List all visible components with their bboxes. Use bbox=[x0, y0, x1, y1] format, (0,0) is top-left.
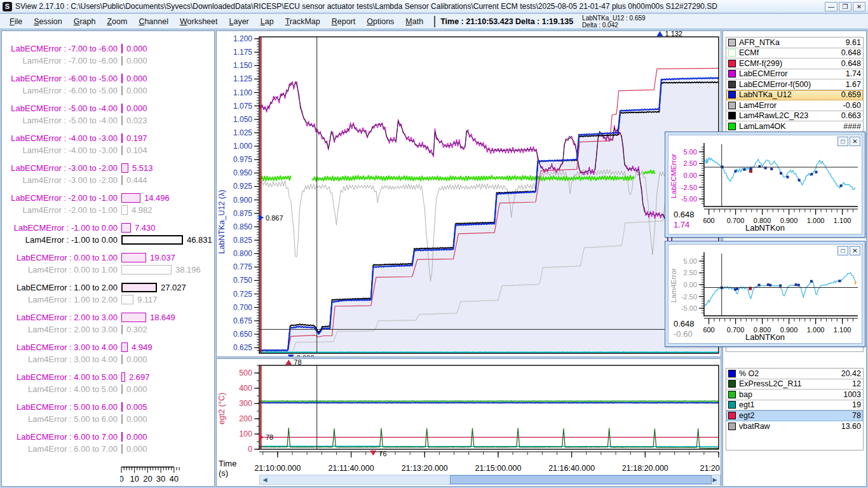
bin-value: 14.496 bbox=[144, 193, 170, 203]
channel-color-swatch bbox=[728, 81, 736, 88]
channel-name: egt2 bbox=[739, 411, 852, 420]
svg-text:1.150: 1.150 bbox=[233, 61, 252, 70]
svg-text:21:15:00.000: 21:15:00.000 bbox=[475, 464, 521, 473]
bin-value: 0.000 bbox=[126, 44, 147, 53]
close-icon[interactable]: ✕ bbox=[853, 2, 865, 11]
svg-text:1.025: 1.025 bbox=[233, 128, 252, 137]
histogram-pair: LabECMError : 2.00 to 3.0018.649Lam4Erro… bbox=[2, 311, 215, 336]
bin-label: LabECMError : -1.00 to 0.00 bbox=[2, 223, 118, 233]
channel-name: LabNTKa_U12 bbox=[739, 90, 841, 99]
bin-value: 0.000 bbox=[126, 355, 147, 364]
bin-value: 0.104 bbox=[126, 146, 147, 155]
channel-row-labntka-u12[interactable]: LabNTKa_U120.659 bbox=[726, 90, 863, 101]
channel-row--o2[interactable]: % O220.42 bbox=[726, 369, 863, 379]
menu-item-lap[interactable]: Lap bbox=[255, 16, 280, 27]
channel-name: LabECMError bbox=[739, 69, 846, 78]
egt-chart[interactable]: 010020030040050021:10:00.00021:11:40.000… bbox=[217, 359, 721, 486]
channel-row-lam4rawl2c-r23[interactable]: Lam4RawL2C_R230.663 bbox=[726, 111, 863, 122]
bin-bar bbox=[121, 372, 125, 382]
maximize-icon[interactable]: □ bbox=[837, 246, 848, 255]
channel-row-labecmerror[interactable]: LabECMError1.74 bbox=[726, 69, 863, 80]
channel-row-vbatraw[interactable]: vbatRaw13.60 bbox=[726, 421, 863, 432]
bin-label: LabECMError : 3.00 to 4.00 bbox=[2, 342, 118, 352]
svg-text:0.725: 0.725 bbox=[233, 290, 252, 299]
bin-bar bbox=[121, 313, 146, 322]
channel-color-swatch bbox=[728, 91, 736, 98]
channel-row-afr-ntka[interactable]: AFR_NTKa9.61 bbox=[726, 37, 863, 48]
channel-color-swatch bbox=[728, 60, 736, 67]
menu-bar: FileSessionGraphZoomChannelWorksheetLaye… bbox=[0, 14, 868, 29]
channel-name: LamLam4OK bbox=[739, 122, 843, 131]
scrollbar-track[interactable] bbox=[270, 475, 710, 484]
minimize-icon[interactable]: — bbox=[825, 2, 837, 11]
menu-item-file[interactable]: File bbox=[4, 16, 28, 27]
histogram-row-lam: Lam4Error : -1.00 to 0.0046.831 bbox=[2, 234, 215, 246]
bin-label: Lam4Error : -3.00 to -2.00 bbox=[2, 175, 118, 185]
close-icon[interactable]: ✕ bbox=[850, 137, 860, 146]
cursor-channel-value: LabNTKa_U12 : 0.659 bbox=[582, 15, 646, 22]
overlay-window-lam4error[interactable]: □ ✕ 5.002.500.00-2.50-5.006000.7000.8000… bbox=[665, 241, 865, 347]
channel-color-swatch bbox=[728, 70, 736, 78]
channel-value: 0.659 bbox=[841, 90, 861, 99]
channel-row-lamlam4ok[interactable]: LamLam4OK#### bbox=[726, 121, 863, 132]
svg-text:0.00: 0.00 bbox=[684, 172, 697, 179]
title-bar: S SView 2.17.10 : C:\Users\Public\Docume… bbox=[0, 0, 868, 13]
x-axis-label: LabNTKon bbox=[668, 223, 862, 233]
channel-value: 0.648 bbox=[841, 59, 861, 68]
svg-text:0.608: 0.608 bbox=[297, 354, 315, 356]
histogram-row-lam: Lam4Error : 0.00 to 1.0038.196 bbox=[2, 264, 215, 276]
bin-label: LabECMError : 0.00 to 1.00 bbox=[2, 253, 118, 262]
menu-item-session[interactable]: Session bbox=[28, 16, 67, 27]
bin-value: 0.023 bbox=[126, 116, 147, 125]
channel-row-labecmerror-f-500-[interactable]: LabECMError-f(500)1.67 bbox=[726, 79, 863, 90]
channel-row-expressl2c-r11[interactable]: ExPressL2C_R1112 bbox=[726, 379, 863, 390]
channel-row-ecmf[interactable]: ECMf0.648 bbox=[726, 48, 863, 59]
restore-icon[interactable]: ❐ bbox=[839, 2, 851, 11]
menu-item-worksheet[interactable]: Worksheet bbox=[174, 16, 224, 27]
channel-row-bap[interactable]: bap1003 bbox=[726, 390, 863, 400]
window-title: SView 2.17.10 : C:\Users\Public\Document… bbox=[15, 2, 825, 11]
app-icon: S bbox=[3, 2, 12, 11]
histogram-row-ecm: LabECMError : -7.00 to -6.000.000 bbox=[2, 43, 215, 55]
maximize-icon[interactable]: □ bbox=[837, 137, 848, 146]
menu-item-zoom[interactable]: Zoom bbox=[101, 16, 133, 27]
channel-row-lam4error[interactable]: Lam4Error-0.60 bbox=[726, 100, 863, 111]
menu-item-trackmap[interactable]: TrackMap bbox=[280, 16, 326, 27]
channel-color-swatch bbox=[728, 412, 736, 419]
svg-text:2.50: 2.50 bbox=[684, 269, 697, 276]
bin-bar bbox=[121, 205, 128, 215]
bin-value: 0.000 bbox=[126, 384, 147, 394]
menu-item-options[interactable]: Options bbox=[361, 16, 400, 27]
channel-color-swatch bbox=[728, 102, 736, 109]
channel-name: Lam4Error bbox=[739, 101, 843, 110]
menu-item-math[interactable]: Math bbox=[400, 16, 429, 27]
channel-row-egt1[interactable]: egt119 bbox=[726, 400, 863, 411]
menu-item-channel[interactable]: Channel bbox=[133, 16, 174, 27]
time-scrollbar[interactable]: ◀ ▶ bbox=[259, 475, 721, 485]
overlay-window-labecmerror[interactable]: □ ✕ 5.002.500.00-2.50-5.006000.7000.8000… bbox=[665, 132, 865, 238]
bin-label: Lam4Error : 0.00 to 1.00 bbox=[2, 265, 118, 274]
svg-text:1.050: 1.050 bbox=[233, 115, 252, 124]
lam4error-scatter-chart[interactable]: 5.002.500.00-2.50-5.006000.7000.8000.900… bbox=[668, 245, 862, 343]
svg-text:21:16:40.000: 21:16:40.000 bbox=[548, 464, 595, 473]
bin-bar bbox=[121, 86, 123, 95]
bin-label: LabECMError : 2.00 to 3.00 bbox=[2, 313, 118, 322]
histogram-row-lam: Lam4Error : -3.00 to -2.000.444 bbox=[2, 174, 215, 186]
scrollbar-thumb[interactable] bbox=[450, 475, 712, 484]
histogram-panel: LabECMError : -7.00 to -6.000.000Lam4Err… bbox=[1, 30, 215, 487]
labecmerror-scatter-chart[interactable]: 5.002.500.00-2.50-5.006000.7000.8000.900… bbox=[668, 135, 862, 234]
main-chart[interactable]: 0.6250.6500.6750.7000.7250.7500.7750.800… bbox=[217, 31, 721, 356]
channel-row-ecmf-f-299-[interactable]: ECMf-f(299)0.648 bbox=[726, 58, 863, 69]
bin-value: 0.000 bbox=[126, 56, 147, 65]
channel-row-egt2[interactable]: egt278 bbox=[726, 410, 863, 421]
close-icon[interactable]: ✕ bbox=[850, 246, 860, 255]
svg-text:200: 200 bbox=[239, 414, 252, 423]
bin-bar bbox=[121, 384, 123, 394]
channel-value: 13.60 bbox=[841, 422, 861, 431]
scroll-left-icon[interactable]: ◀ bbox=[260, 475, 270, 484]
svg-text:78: 78 bbox=[294, 359, 301, 366]
menu-item-report[interactable]: Report bbox=[326, 16, 362, 27]
bin-value: 9.117 bbox=[137, 295, 158, 304]
menu-item-layer[interactable]: Layer bbox=[223, 16, 254, 27]
menu-item-graph[interactable]: Graph bbox=[68, 16, 102, 27]
